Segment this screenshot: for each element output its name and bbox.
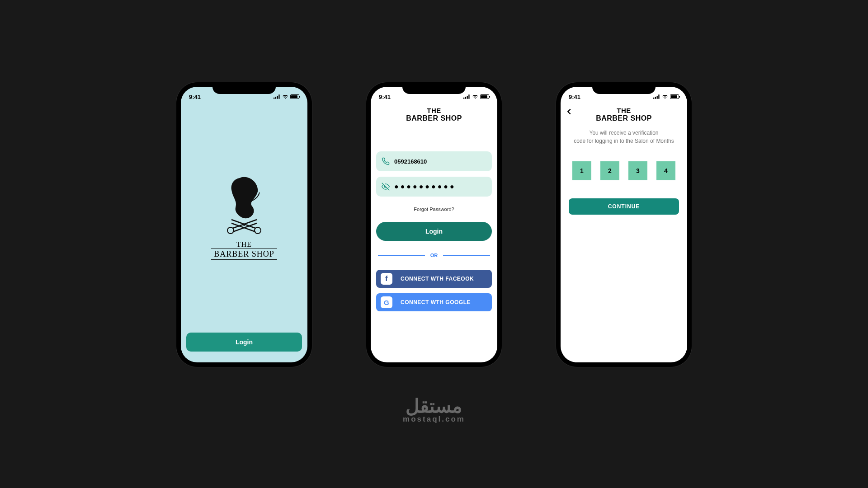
title-line2: BARBER SHOP [371,114,497,122]
svg-point-5 [255,227,261,234]
phone-value: 0592168610 [394,158,486,165]
svg-point-10 [243,224,245,226]
google-login-button[interactable]: G CONNECT WTH GOOGLE [376,293,492,311]
title-line2: BARBER SHOP [561,114,687,122]
forgot-password-link[interactable]: Forgot Password? [376,206,492,212]
svg-rect-1 [275,97,276,99]
svg-point-4 [227,227,234,234]
svg-rect-14 [468,94,469,99]
status-time: 9:41 [379,94,391,100]
title-line1: THE [561,107,687,114]
divider-line-left [378,255,425,256]
svg-rect-18 [658,94,659,99]
barber-logo-icon [208,172,280,239]
facebook-login-button[interactable]: f CONNECT WTH FACEOOK [376,270,492,288]
phone-mockup-login: 9:41 THE BARBER SHOP 0592168610 ●●●●●●●●… [366,82,502,367]
svg-rect-2 [277,96,278,99]
otp-digit-2[interactable]: 2 [600,161,619,180]
svg-rect-11 [463,98,464,99]
login-button[interactable]: Login [186,333,302,352]
page-title: THE BARBER SHOP [371,107,497,122]
otp-digit-4[interactable]: 4 [656,161,675,180]
svg-rect-3 [278,94,279,99]
phone-notch [592,82,656,94]
wifi-icon [662,94,668,99]
splash-screen: 9:41 THE BARBER SHOP Login [181,87,307,362]
title-line1: THE [371,107,497,114]
continue-button[interactable]: CONTINUE [569,198,679,215]
phone-field[interactable]: 0592168610 [376,151,492,171]
svg-rect-16 [655,97,656,99]
facebook-icon: f [381,273,392,285]
phone-icon [382,157,390,165]
otp-digit-3[interactable]: 3 [628,161,647,180]
phone-mockup-splash: 9:41 THE BARBER SHOP Login [176,82,312,367]
or-label: OR [430,253,438,258]
subtitle-line1: You will receive a verification [567,129,681,137]
page-title: THE BARBER SHOP [561,107,687,122]
phone-notch [402,82,466,94]
svg-rect-13 [467,96,468,99]
facebook-label: CONNECT WTH FACEOOK [401,276,474,282]
eye-off-icon [382,183,390,191]
verify-subtitle: You will receive a verification code for… [561,129,687,145]
status-right [463,94,489,99]
phone-notch [212,82,276,94]
phone-mockup-verify: 9:41 THE BARBER SHOP You will receive a … [556,82,692,367]
status-right [274,94,299,99]
divider-line-right [443,255,490,256]
chevron-left-icon [564,107,574,117]
logo-line1: THE [211,240,277,249]
signal-icon [653,94,660,99]
password-value: ●●●●●●●●●● [394,183,486,191]
battery-icon [290,94,299,99]
subtitle-line2: code for logging in to the Salon of Mont… [567,137,681,145]
login-form: 0592168610 ●●●●●●●●●● Forgot Password? L… [371,142,497,311]
wifi-icon [472,94,478,99]
login-screen: 9:41 THE BARBER SHOP 0592168610 ●●●●●●●●… [371,87,497,362]
login-submit-button[interactable]: Login [376,222,492,241]
logo-area: THE BARBER SHOP [181,103,307,333]
google-icon: G [381,296,392,308]
password-field[interactable]: ●●●●●●●●●● [376,177,492,197]
watermark-arabic: مستقل [403,397,465,416]
battery-icon [480,94,489,99]
svg-rect-17 [657,96,658,99]
signal-icon [274,94,280,99]
status-time: 9:41 [189,94,201,100]
back-button[interactable] [564,107,574,117]
divider-or: OR [376,253,492,258]
logo-line2: BARBER SHOP [211,249,277,260]
logo-wordmark: THE BARBER SHOP [211,240,277,260]
watermark-latin: mostaql.com [403,415,465,424]
status-right [653,94,679,99]
verify-screen: 9:41 THE BARBER SHOP You will receive a … [561,87,687,362]
svg-rect-0 [274,98,274,99]
otp-row: 1 2 3 4 [561,161,687,180]
svg-rect-15 [653,98,654,99]
status-time: 9:41 [569,94,580,100]
signal-icon [463,94,470,99]
wifi-icon [282,94,288,99]
otp-digit-1[interactable]: 1 [572,161,591,180]
battery-icon [670,94,679,99]
svg-rect-12 [465,97,466,99]
watermark: مستقل mostaql.com [403,397,465,424]
google-label: CONNECT WTH GOOGLE [401,299,471,305]
